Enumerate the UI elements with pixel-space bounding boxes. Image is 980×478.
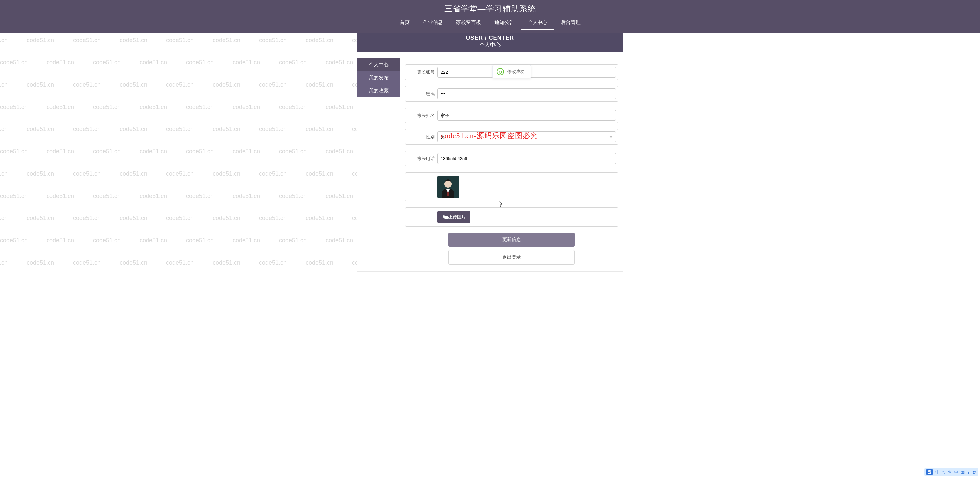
sidebar-item-0[interactable]: 个人中心 <box>357 59 400 71</box>
row-phone: 家长电话 <box>405 151 618 166</box>
smile-icon <box>496 68 504 75</box>
upload-button[interactable]: 上传图片 <box>437 211 470 223</box>
row-gender: 性别 code51.cn-源码乐园盗图必究 <box>405 129 618 145</box>
nav-item-2[interactable]: 家校留言板 <box>449 16 488 30</box>
label-password: 密码 <box>405 91 437 97</box>
sidebar: 个人中心我的发布我的收藏 <box>357 59 400 271</box>
row-name: 家长姓名 <box>405 108 618 123</box>
nav-item-1[interactable]: 作业信息 <box>416 16 449 30</box>
select-gender[interactable] <box>437 132 616 142</box>
label-phone: 家长电话 <box>405 156 437 162</box>
update-button[interactable]: 更新信息 <box>449 233 575 247</box>
label-name: 家长姓名 <box>405 113 437 119</box>
mouse-cursor-icon <box>499 201 503 207</box>
page-title-band: USER / CENTER 个人中心 <box>357 33 623 52</box>
header: 三省学堂—学习辅助系统 首页作业信息家校留言板通知公告个人中心后台管理 <box>0 0 980 33</box>
toast-text: 修改成功 <box>507 69 525 75</box>
app-title: 三省学堂—学习辅助系统 <box>0 0 980 16</box>
form-content: 修改成功 家长账号 密码 家长姓名 性别 code51.cn-源码 <box>400 59 623 271</box>
chevron-down-icon <box>609 136 612 138</box>
page-title-cn: 个人中心 <box>357 42 623 49</box>
nav-item-4[interactable]: 个人中心 <box>521 16 554 30</box>
top-nav: 首页作业信息家校留言板通知公告个人中心后台管理 <box>0 16 980 33</box>
label-account: 家长账号 <box>405 69 437 75</box>
sidebar-item-2[interactable]: 我的收藏 <box>357 84 400 97</box>
avatar-box <box>405 172 618 202</box>
label-gender: 性别 <box>405 134 437 140</box>
avatar-image <box>437 176 459 198</box>
main-panel: 个人中心我的发布我的收藏 修改成功 家长账号 密码 家长姓名 性别 <box>357 58 623 272</box>
row-password: 密码 <box>405 86 618 102</box>
input-name[interactable] <box>437 110 616 121</box>
success-toast: 修改成功 <box>492 65 531 78</box>
upload-label: 上传图片 <box>449 214 466 220</box>
nav-item-0[interactable]: 首页 <box>393 16 416 30</box>
svg-rect-2 <box>447 192 449 196</box>
nav-item-5[interactable]: 后台管理 <box>554 16 587 30</box>
nav-item-3[interactable]: 通知公告 <box>488 16 521 30</box>
page-title-en: USER / CENTER <box>357 35 623 41</box>
input-phone[interactable] <box>437 153 616 164</box>
sidebar-item-1[interactable]: 我的发布 <box>357 71 400 84</box>
input-password[interactable] <box>437 88 616 99</box>
upload-box: 上传图片 <box>405 208 618 227</box>
cloud-upload-icon <box>442 216 447 219</box>
logout-button[interactable]: 退出登录 <box>449 250 575 265</box>
